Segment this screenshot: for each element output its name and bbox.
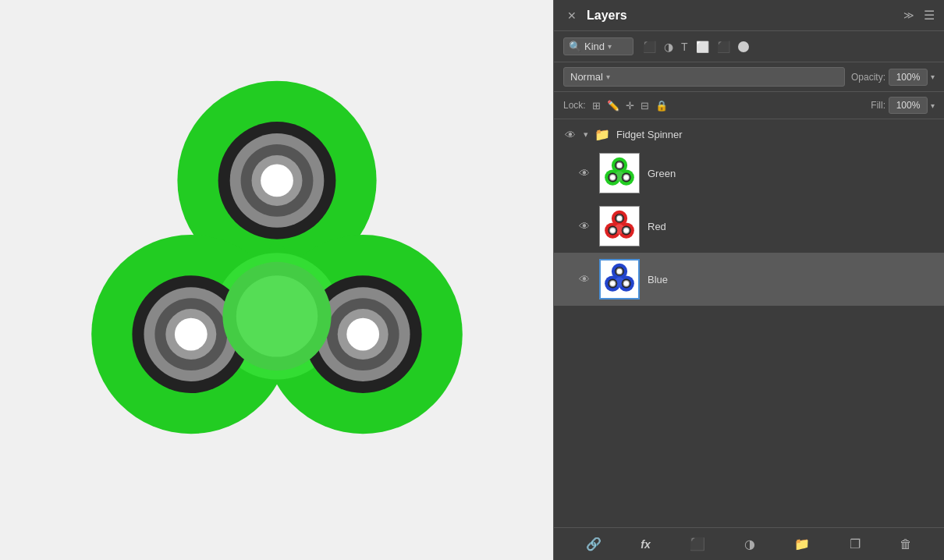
svg-point-43 xyxy=(617,216,622,221)
lock-icons: ⊞ ✏️ ✛ ⊟ 🔒 xyxy=(592,100,668,112)
fill-input[interactable]: 100% xyxy=(889,97,928,114)
fill-group: Fill: 100% ▾ xyxy=(871,97,935,114)
fx-button[interactable]: fx xyxy=(641,538,650,551)
new-layer-icon[interactable]: ❐ xyxy=(850,537,861,551)
collapse-button[interactable]: ≫ xyxy=(903,9,914,21)
delete-icon[interactable]: 🗑 xyxy=(900,537,912,551)
layer-name-green: Green xyxy=(648,168,676,179)
panel-header: ✕ Layers ≫ ☰ xyxy=(554,0,944,31)
fill-label: Fill: xyxy=(871,100,885,111)
canvas-area xyxy=(0,0,554,560)
spinner-image xyxy=(51,54,503,506)
new-group-icon[interactable]: 📁 xyxy=(794,537,810,551)
svg-point-32 xyxy=(610,175,615,179)
layer-thumbnail-blue xyxy=(599,259,640,299)
opacity-label: Opacity: xyxy=(851,72,885,83)
fill-dropdown-arrow: ▾ xyxy=(931,101,935,110)
folder-icon: 📁 xyxy=(594,127,610,142)
blend-dropdown-arrow: ▾ xyxy=(606,73,610,81)
layer-row-red[interactable]: 👁 Red xyxy=(554,200,944,253)
smart-filter-icon[interactable]: ⬛ xyxy=(717,41,730,53)
svg-point-35 xyxy=(624,175,629,179)
lock-label: Lock: xyxy=(563,100,586,111)
opacity-group: Opacity: 100% ▾ xyxy=(851,69,935,86)
layer-name-blue: Blue xyxy=(648,274,668,285)
svg-point-46 xyxy=(610,228,615,232)
svg-point-63 xyxy=(624,281,629,285)
kind-select[interactable]: 🔍 Kind ▾ xyxy=(563,37,633,55)
lock-artboards-icon[interactable]: ⊟ xyxy=(641,100,649,112)
lock-row: Lock: ⊞ ✏️ ✛ ⊟ 🔒 Fill: 100% ▾ xyxy=(554,92,944,119)
adjustment-icon[interactable]: ◑ xyxy=(744,537,755,551)
layers-list: 👁 ▾ 📁 Fidget Spinner 👁 xyxy=(554,119,944,527)
blend-row: Normal ▾ Opacity: 100% ▾ xyxy=(554,62,944,92)
group-chevron-icon[interactable]: ▾ xyxy=(584,129,588,140)
kind-dropdown-arrow: ▾ xyxy=(608,42,612,51)
filter-toggle-circle[interactable] xyxy=(738,41,749,52)
opacity-dropdown-arrow: ▾ xyxy=(931,73,935,81)
svg-point-29 xyxy=(617,163,622,168)
svg-point-60 xyxy=(610,281,615,285)
layer-row-blue[interactable]: 👁 Blue xyxy=(554,253,944,306)
eye-icon-green[interactable]: 👁 xyxy=(577,167,591,179)
filter-icons: ⬛ ◑ T ⬜ ⬛ xyxy=(643,41,749,53)
layer-thumbnail-green xyxy=(599,153,640,193)
image-filter-icon[interactable]: ⬛ xyxy=(643,41,656,53)
hamburger-button[interactable]: ☰ xyxy=(924,8,935,23)
panel-title: Layers xyxy=(587,9,627,23)
lock-pixels-icon[interactable]: ⊞ xyxy=(592,100,601,112)
opacity-input[interactable]: 100% xyxy=(889,69,928,86)
close-button[interactable]: ✕ xyxy=(563,8,580,23)
panel-header-left: ✕ Layers xyxy=(563,8,627,23)
lock-all-icon[interactable]: 🔒 xyxy=(655,100,668,112)
svg-point-19 xyxy=(346,318,379,351)
shape-filter-icon[interactable]: ⬜ xyxy=(696,41,709,53)
mask-icon[interactable]: ⬛ xyxy=(690,537,705,551)
link-icon[interactable]: 🔗 xyxy=(586,537,602,551)
layer-row-green[interactable]: 👁 Green xyxy=(554,147,944,200)
svg-point-21 xyxy=(236,275,317,356)
blend-mode-select[interactable]: Normal ▾ xyxy=(563,67,845,87)
filter-row: 🔍 Kind ▾ ⬛ ◑ T ⬜ ⬛ xyxy=(554,31,944,62)
circle-filter-icon[interactable]: ◑ xyxy=(664,41,673,53)
svg-point-49 xyxy=(624,228,629,232)
svg-point-57 xyxy=(617,269,622,274)
svg-point-9 xyxy=(261,165,293,197)
group-name-fidget-spinner: Fidget Spinner xyxy=(616,129,683,140)
eye-icon-blue[interactable]: 👁 xyxy=(577,273,591,285)
lock-paint-icon[interactable]: ✏️ xyxy=(607,100,619,112)
svg-point-14 xyxy=(174,318,207,351)
text-filter-icon[interactable]: T xyxy=(681,41,688,53)
search-icon: 🔍 xyxy=(569,41,581,52)
blend-mode-label: Normal xyxy=(570,71,603,83)
eye-icon-group[interactable]: 👁 xyxy=(563,129,577,141)
layers-panel: ✕ Layers ≫ ☰ 🔍 Kind ▾ ⬛ ◑ T ⬜ ⬛ Normal ▾ xyxy=(554,0,944,560)
group-row-fidget-spinner[interactable]: 👁 ▾ 📁 Fidget Spinner xyxy=(554,122,944,147)
layer-name-red: Red xyxy=(648,221,666,232)
panel-footer: 🔗 fx ⬛ ◑ 📁 ❐ 🗑 xyxy=(554,527,944,560)
lock-position-icon[interactable]: ✛ xyxy=(626,100,634,112)
kind-label: Kind xyxy=(584,41,605,52)
layer-thumbnail-red xyxy=(599,206,640,246)
eye-icon-red[interactable]: 👁 xyxy=(577,220,591,232)
